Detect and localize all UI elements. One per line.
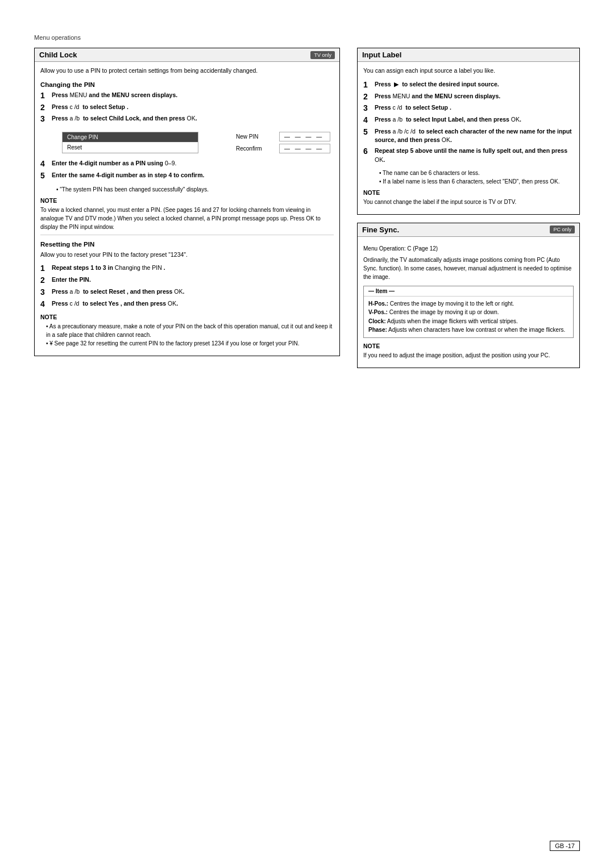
fine-sync-title: Fine Sync. [362,226,399,234]
input-label-section: Input Label You can assign each input so… [357,48,580,215]
fine-sync-badge: PC only [550,226,575,233]
item-box-header: — Item — [364,286,573,297]
note-text-1: To view a locked channel, you must enter… [40,206,334,231]
changing-pin-title: Changing the PIN [40,81,334,88]
fine-sync-intro: Ordinarily, the TV automatically adjusts… [363,256,574,281]
reset-step-4: 4 Press c /d to select Yes , and then pr… [40,299,334,309]
fine-sync-menu-op: Menu Operation: C (Page 12) [363,244,574,253]
item-box: — Item — H-Pos.: Centres the image by mo… [363,286,574,338]
child-lock-body: Allow you to use a PIN to protect certai… [35,62,339,356]
fine-sync-header: Fine Sync. PC only [358,223,579,237]
il-step6-bullets: The name can be 6 characters or less. If… [374,169,574,186]
note-title-2: NOTE [40,314,334,320]
fine-sync-note-section: NOTE If you need to adjust the image pos… [363,343,574,360]
il-note-text: You cannot change the label if the input… [363,198,574,206]
note2-bullets: As a precautionary measure, make a note … [40,322,334,348]
changing-pin-steps: 1 Press MENU and the MENU screen display… [40,91,334,124]
il-step-5: 5 Press a /b /c /d to select each charac… [363,127,574,144]
fine-sync-note-text: If you need to adjust the image position… [363,351,574,360]
screen-inputs: New PIN — — — — Reconfirm — — — — [233,128,334,157]
resetting-pin-steps: 1 Repeat steps 1 to 3 in Changing the PI… [40,264,334,308]
child-lock-title: Child Lock [39,51,77,59]
child-lock-badge: TV only [310,51,335,59]
note-title-1: NOTE [40,197,334,204]
screen-mockup: Change PIN Reset New PIN — — — — Reconfi… [51,128,334,157]
input-label-title: Input Label [362,51,401,59]
il-step-3: 3 Press c /d to select Setup . [363,103,574,113]
il-step-4: 4 Press a /b to select Input Label, and … [363,115,574,125]
screen-row-reset: Reset [63,143,198,153]
screen-menu: Change PIN Reset [62,132,198,153]
item-box-title: — Item — [368,288,395,294]
il-step-1: 1 Press ▶ to select the desired input so… [363,80,574,90]
page-number: GB -17 [550,841,580,851]
step-5: 5 Enter the same 4-digit number as in st… [40,171,334,181]
step-3: 3 Press a /b to select Child Lock, and t… [40,114,334,124]
screen-row-change-pin: Change PIN [63,132,198,143]
resetting-pin-title: Resetting the PIN [40,241,334,248]
item-box-body: H-Pos.: Centres the image by moving it t… [364,297,573,337]
changing-pin-steps-after: 4 Enter the 4-digit number as a PIN usin… [40,159,334,181]
new-pin-row: New PIN — — — — [236,132,330,141]
reset-step-1: 1 Repeat steps 1 to 3 in Changing the PI… [40,264,334,273]
reconfirm-row: Reconfirm — — — — [236,144,330,153]
reset-step-3: 3 Press a /b to select Reset , and then … [40,287,334,297]
fine-sync-section: Fine Sync. PC only Menu Operation: C (Pa… [357,223,580,368]
reset-step-2: 2 Enter the PIN. [40,276,334,285]
input-label-body: You can assign each input source a label… [358,62,579,214]
note-section-1: NOTE To view a locked channel, you must … [40,197,334,231]
resetting-pin-intro: Allow you to reset your PIN to the facto… [40,251,334,260]
il-note-title: NOTE [363,189,574,196]
child-lock-header: Child Lock TV only [35,48,339,62]
il-step-2: 2 Press MENU and the MENU screen display… [363,92,574,102]
fine-sync-note-title: NOTE [363,343,574,349]
input-label-note: NOTE You cannot change the label if the … [363,189,574,206]
child-lock-intro: Allow you to use a PIN to protect certai… [40,66,334,76]
child-lock-section: Child Lock TV only Allow you to use a PI… [34,48,340,356]
input-label-header: Input Label [358,48,579,62]
fine-sync-body: Menu Operation: C (Page 12) Ordinarily, … [358,237,579,368]
step-4: 4 Enter the 4-digit number as a PIN usin… [40,159,334,169]
confirm-bullet-list: "The system PIN has been changed success… [51,185,334,194]
input-label-intro: You can assign each input source a label… [363,66,574,76]
page-header: Menu operations [34,34,580,41]
il-step-6: 6 Repeat step 5 above until the name is … [363,147,574,164]
input-label-steps: 1 Press ▶ to select the desired input so… [363,80,574,164]
step-1: 1 Press MENU and the MENU screen display… [40,91,334,101]
note-section-2: NOTE As a precautionary measure, make a … [40,314,334,348]
step-2: 2 Press c /d to select Setup . [40,103,334,112]
